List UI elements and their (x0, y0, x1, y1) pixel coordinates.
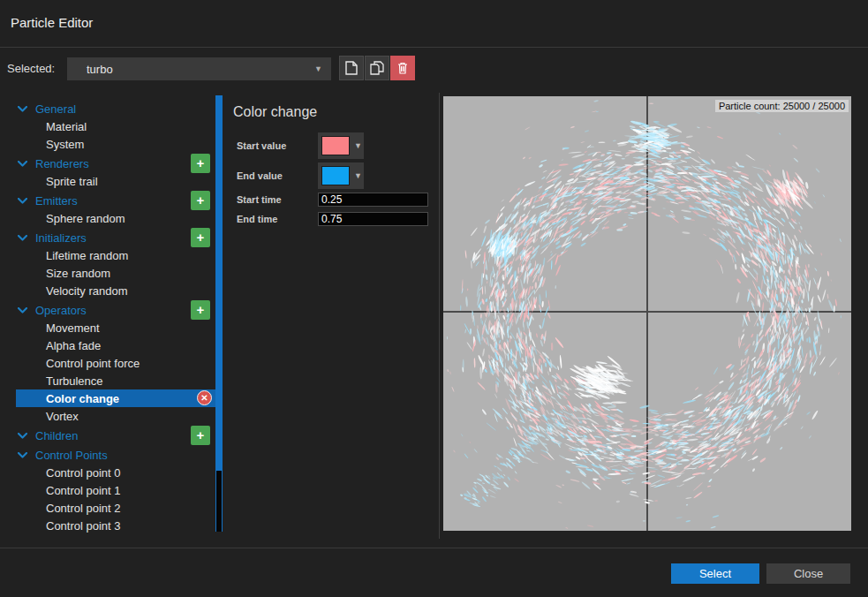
remove-tree-item-button[interactable]: ✕ (197, 390, 212, 405)
add-emitters-button[interactable]: + (191, 191, 210, 210)
chevron-down-icon[interactable] (18, 106, 35, 112)
tree-item-label: Emitters (35, 194, 78, 208)
tree-item-renderers[interactable]: Renderers+ (16, 155, 215, 172)
tree-item-label: Lifetime random (46, 249, 128, 262)
trash-icon (397, 62, 408, 74)
tree-item-emitters[interactable]: Emitters+ (16, 192, 215, 209)
tree-item-children[interactable]: Children+ (16, 427, 215, 444)
chevron-down-icon: ▼ (354, 171, 362, 180)
tree-item-label: Sphere random (46, 212, 125, 225)
tree-item-label: Vortex (46, 410, 79, 423)
tree-item-system[interactable]: System (16, 135, 215, 153)
tree-item-lifetime-random[interactable]: Lifetime random (16, 246, 215, 264)
chevron-down-icon[interactable] (18, 452, 35, 458)
tree-item-label: Control Points (35, 449, 108, 462)
tree-item-label: Movement (46, 321, 100, 335)
tree-item-label: General (35, 102, 76, 116)
tree-item-label: Operators (35, 304, 87, 317)
selected-label: Selected: (7, 62, 55, 75)
tree-item-control-point-1[interactable]: Control point 1 (16, 481, 215, 499)
tree-item-size-random[interactable]: Size random (16, 264, 215, 282)
tree-item-label: Control point 0 (46, 466, 121, 480)
scrollbar-rail[interactable] (215, 471, 223, 532)
close-button[interactable]: Close (766, 563, 850, 584)
tree-item-control-point-3[interactable]: Control point 3 (16, 517, 215, 534)
chevron-down-icon[interactable] (18, 161, 35, 167)
tree-item-label: Initializers (35, 231, 87, 245)
chevron-down-icon[interactable] (18, 433, 35, 439)
properties-panel: Color change Start value ▼ End value ▼ S… (233, 104, 432, 231)
page-title: Particle Editor (11, 15, 93, 30)
new-document-button[interactable] (339, 56, 364, 80)
header-divider (0, 47, 868, 48)
chevron-down-icon[interactable] (18, 198, 35, 204)
tree-item-label: Size random (46, 267, 110, 280)
tree-item-initializers[interactable]: Initializers+ (16, 229, 215, 246)
end-value-color-dropdown[interactable]: ▼ (318, 162, 364, 189)
title-bar: Particle Editor (0, 0, 868, 47)
add-children-button[interactable]: + (191, 426, 210, 445)
tree-item-label: Sprite trail (46, 175, 98, 188)
tree-item-label: Renderers (35, 157, 89, 170)
copy-button[interactable] (365, 56, 389, 80)
dropdown-value: turbo (87, 63, 113, 76)
tree-item-general[interactable]: General (16, 100, 215, 117)
tree-scrollbar[interactable] (215, 95, 223, 532)
chevron-down-icon[interactable] (18, 307, 35, 314)
tree-item-color-change[interactable]: Color change✕ (16, 389, 215, 407)
chevron-down-icon: ▼ (354, 141, 362, 150)
tree-item-turbulence[interactable]: Turbulence (16, 372, 215, 389)
start-time-input[interactable] (318, 193, 428, 207)
particle-function-tree: GeneralMaterialSystemRenderers+Sprite tr… (7, 95, 215, 537)
tree-item-label: System (46, 138, 84, 151)
tree-item-material[interactable]: Material (16, 117, 215, 135)
particle-count-badge: Particle count: 25000 / 25000 (715, 100, 849, 112)
tree-item-label: Control point 1 (46, 484, 121, 497)
new-document-icon (345, 61, 358, 75)
tree-item-label: Control point 3 (46, 519, 121, 533)
tree-item-control-point-force[interactable]: Control point force (16, 354, 215, 372)
tree-item-label: Control point force (46, 357, 140, 370)
properties-title: Color change (233, 104, 432, 120)
end-time-label: End time (237, 214, 277, 224)
add-initializers-button[interactable]: + (191, 228, 210, 247)
start-time-label: Start time (237, 194, 282, 205)
tree-item-sphere-random[interactable]: Sphere random (16, 209, 215, 227)
add-renderers-button[interactable]: + (191, 154, 210, 173)
tree-item-control-point-0[interactable]: Control point 0 (16, 464, 215, 481)
footer-divider (0, 548, 868, 548)
tree-item-velocity-random[interactable]: Velocity random (16, 282, 215, 299)
start-value-label: Start value (237, 140, 286, 151)
chevron-down-icon: ▼ (314, 64, 322, 73)
tree-item-operators[interactable]: Operators+ (16, 301, 215, 319)
start-value-color-dropdown[interactable]: ▼ (318, 132, 364, 159)
scrollbar-thumb[interactable] (215, 95, 223, 471)
tree-item-label: Control point 2 (46, 502, 121, 515)
end-value-color-swatch (321, 166, 350, 185)
chevron-down-icon[interactable] (18, 235, 35, 241)
delete-button[interactable] (390, 56, 415, 80)
tree-item-label: Children (35, 429, 78, 442)
tree-item-label: Material (46, 120, 87, 133)
particle-preview-viewport[interactable]: Particle count: 25000 / 25000 (443, 96, 851, 531)
tree-item-control-point-2[interactable]: Control point 2 (16, 499, 215, 517)
copy-icon (370, 61, 384, 75)
tree-item-label: Velocity random (46, 284, 128, 298)
end-time-input[interactable] (318, 212, 428, 226)
tree-item-control-points[interactable]: Control Points (16, 446, 215, 464)
tree-item-movement[interactable]: Movement (16, 319, 215, 336)
tree-item-label: Turbulence (46, 374, 103, 388)
add-operators-button[interactable]: + (191, 300, 210, 320)
tree-item-label: Color change (46, 392, 119, 405)
particle-preview-canvas[interactable] (443, 96, 851, 531)
particle-system-dropdown[interactable]: turbo ▼ (67, 57, 331, 80)
start-value-color-swatch (321, 136, 350, 155)
panel-separator (439, 93, 440, 539)
end-value-label: End value (237, 170, 283, 181)
tree-item-alpha-fade[interactable]: Alpha fade (16, 336, 215, 354)
tree-item-vortex[interactable]: Vortex (16, 407, 215, 425)
tree-item-sprite-trail[interactable]: Sprite trail (16, 172, 215, 190)
tree-item-label: Alpha fade (46, 339, 101, 352)
select-button[interactable]: Select (671, 563, 759, 584)
